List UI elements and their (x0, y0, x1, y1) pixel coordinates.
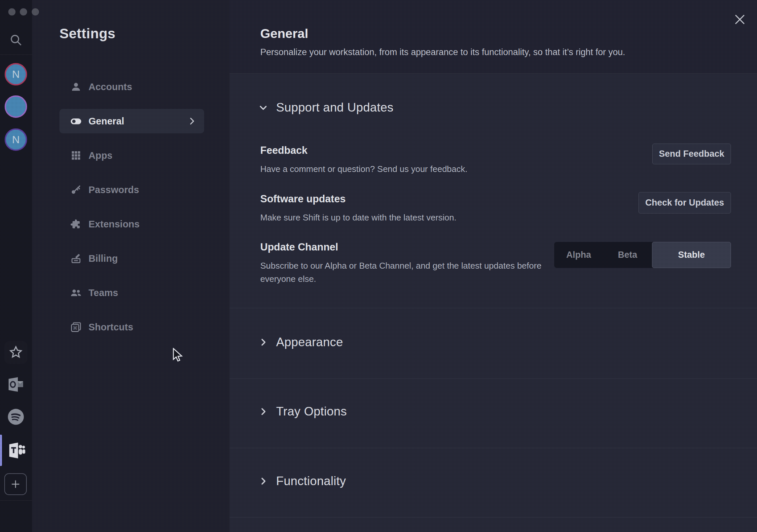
puzzle-icon (69, 217, 83, 231)
sidebar-item-label: Extensions (89, 219, 140, 230)
shift-settings-window: N N (0, 0, 757, 532)
divider (230, 517, 757, 517)
avatar-letter: N (12, 68, 19, 81)
sidebar-item-apps[interactable]: Apps (59, 143, 204, 168)
settings-menu: Accounts General (32, 75, 230, 349)
sidebar-item-passwords[interactable]: Passwords (59, 178, 204, 202)
general-settings-panel: General Personalize your workstation, fr… (230, 0, 757, 532)
teams-app-button[interactable] (6, 440, 26, 461)
shortcuts-icon: ⌘ (69, 320, 83, 334)
section-header-support-and-updates[interactable]: Support and Updates (258, 101, 393, 115)
search-icon[interactable] (9, 33, 23, 47)
sidebar-item-label: Billing (89, 253, 118, 264)
section-header-functionality[interactable]: Functionality (258, 474, 346, 488)
section-label: Tray Options (276, 405, 347, 418)
sidebar-item-general[interactable]: General (59, 109, 204, 133)
sidebar-item-shortcuts[interactable]: ⌘ Shortcuts (59, 315, 204, 339)
account-avatar[interactable]: N (5, 63, 27, 85)
sidebar-item-label: Passwords (89, 184, 139, 195)
chevron-right-icon (258, 476, 269, 487)
software-updates-row: Software updates Make sure Shift is up t… (260, 193, 731, 224)
divider (230, 379, 757, 379)
add-app-button[interactable] (4, 473, 27, 495)
chevron-down-icon (258, 102, 269, 113)
account-avatar[interactable] (5, 95, 27, 118)
account-avatar[interactable]: N (5, 128, 27, 151)
key-icon (69, 183, 83, 196)
section-header-tray-options[interactable]: Tray Options (258, 405, 347, 418)
billing-icon (69, 252, 83, 265)
plus-icon (10, 479, 21, 490)
sidebar-title: Settings (59, 26, 116, 42)
update-channel-row: Update Channel Subscribe to our Alpha or… (260, 241, 731, 285)
sidebar-item-label: General (89, 116, 124, 127)
segment-stable[interactable]: Stable (652, 242, 731, 268)
send-feedback-button[interactable]: Send Feedback (652, 144, 731, 164)
segment-beta[interactable]: Beta (603, 242, 652, 268)
active-app-indicator (0, 435, 2, 466)
window-control-dot[interactable] (8, 8, 16, 16)
page-description: Personalize your workstation, from its a… (260, 47, 625, 57)
people-icon (69, 286, 83, 299)
divider (0, 500, 32, 501)
window-control-dot[interactable] (32, 8, 39, 16)
row-description: Make sure Shift is up to date with the l… (260, 211, 572, 224)
section-label: Appearance (276, 335, 343, 349)
grid-icon (69, 149, 83, 162)
spotify-icon (6, 407, 25, 426)
divider (230, 448, 757, 448)
teams-icon (6, 440, 26, 461)
avatar-letter: N (12, 134, 19, 146)
chevron-right-icon (258, 406, 269, 417)
close-icon[interactable] (733, 13, 747, 26)
section-label: Functionality (276, 474, 346, 488)
favorites-app-button[interactable] (4, 341, 27, 364)
sidebar-item-billing[interactable]: Billing (59, 246, 204, 271)
more-options-button[interactable] (0, 508, 32, 521)
page-header: General Personalize your workstation, fr… (230, 0, 757, 74)
star-icon (8, 345, 23, 360)
outlook-icon (7, 375, 25, 394)
window-control-dot[interactable] (20, 8, 27, 16)
chevron-right-icon (258, 337, 269, 348)
sidebar-item-extensions[interactable]: Extensions (59, 212, 204, 236)
page-title: General (260, 26, 308, 41)
sidebar-item-label: Teams (89, 287, 118, 298)
divider (0, 54, 32, 55)
sidebar-item-accounts[interactable]: Accounts (59, 75, 204, 99)
person-icon (69, 80, 83, 93)
row-description: Subscribe to our Alpha or Beta Channel, … (260, 259, 572, 285)
check-for-updates-button[interactable]: Check for Updates (638, 192, 731, 214)
spotify-app-button[interactable] (6, 407, 25, 426)
sidebar-item-label: Apps (89, 150, 113, 161)
sidebar-item-label: Shortcuts (89, 322, 133, 333)
mouse-cursor (173, 348, 184, 362)
outlook-app-button[interactable] (7, 375, 25, 394)
chevron-right-icon (187, 116, 197, 126)
toggle-icon (69, 115, 83, 128)
app-rail: N N (0, 0, 32, 532)
sidebar-item-teams[interactable]: Teams (59, 281, 204, 305)
section-label: Support and Updates (276, 101, 393, 115)
svg-text:⌘: ⌘ (73, 325, 77, 331)
feedback-row: Feedback Have a comment or question? Sen… (260, 145, 731, 176)
sidebar-item-label: Accounts (89, 82, 132, 92)
settings-sidebar: Settings Accounts General (32, 0, 230, 532)
divider (230, 308, 757, 308)
update-channel-segmented-control: Alpha Beta Stable (554, 242, 731, 268)
segment-alpha[interactable]: Alpha (554, 242, 603, 268)
row-description: Have a comment or question? Send us your… (260, 162, 572, 176)
section-header-appearance[interactable]: Appearance (258, 335, 343, 349)
